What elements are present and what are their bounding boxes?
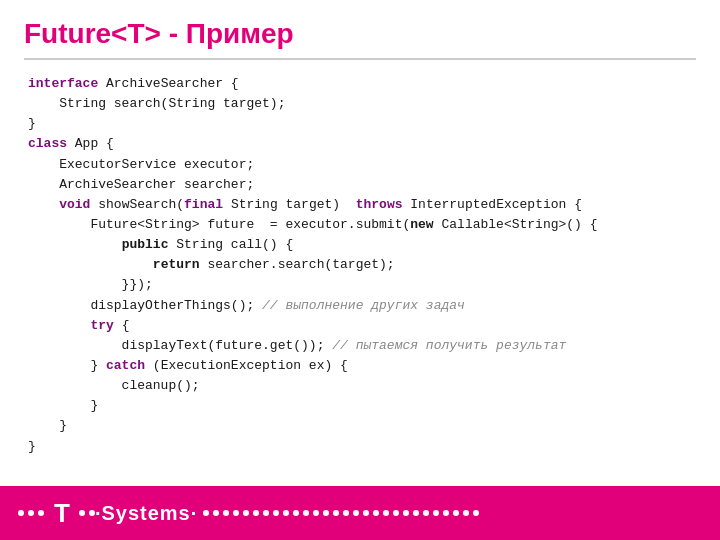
code-line: ExecutorService executor; xyxy=(28,155,692,175)
code-line: } catch (ExecutionException ex) { xyxy=(28,356,692,376)
plain-token: Future<String> future = executor.submit( xyxy=(28,217,410,232)
code-block: interface ArchiveSearcher { String searc… xyxy=(24,74,696,540)
dot xyxy=(373,510,379,516)
plain-token: ExecutorService executor; xyxy=(28,157,254,172)
plain-token: } xyxy=(28,116,36,131)
code-line: cleanup(); xyxy=(28,376,692,396)
code-line: String search(String target); xyxy=(28,94,692,114)
plain-token: showSearch( xyxy=(90,197,184,212)
code-line: ArchiveSearcher searcher; xyxy=(28,175,692,195)
kw-token: try xyxy=(90,318,113,333)
code-line: } xyxy=(28,396,692,416)
code-line: class App { xyxy=(28,134,692,154)
dot xyxy=(253,510,259,516)
plain-token: (ExecutionException ex) { xyxy=(145,358,348,373)
dot xyxy=(243,510,249,516)
dot xyxy=(453,510,459,516)
dot xyxy=(223,510,229,516)
plain-token: App { xyxy=(67,136,114,151)
dot xyxy=(363,510,369,516)
footer-dots-right-inner xyxy=(79,510,95,516)
footer-logo: T ·Systems· xyxy=(18,498,479,529)
plain-token: String target) xyxy=(223,197,356,212)
plain-token: displayOtherThings(); xyxy=(28,298,262,313)
dot xyxy=(203,510,209,516)
dot xyxy=(233,510,239,516)
dot xyxy=(353,510,359,516)
plain-token: { xyxy=(114,318,130,333)
plain-token: ArchiveSearcher searcher; xyxy=(28,177,254,192)
plain-token xyxy=(28,197,59,212)
slide-container: Future<T> - Пример interface ArchiveSear… xyxy=(0,0,720,540)
kw-token: final xyxy=(184,197,223,212)
dot xyxy=(403,510,409,516)
footer-dots-left xyxy=(18,510,44,516)
dot xyxy=(393,510,399,516)
plain-token: displayText(future.get()); xyxy=(28,338,332,353)
code-line: interface ArchiveSearcher { xyxy=(28,74,692,94)
code-line: Future<String> future = executor.submit(… xyxy=(28,215,692,235)
dot xyxy=(423,510,429,516)
code-line: } xyxy=(28,114,692,134)
plain-token: } xyxy=(28,398,98,413)
dot xyxy=(263,510,269,516)
dot xyxy=(273,510,279,516)
dot xyxy=(313,510,319,516)
plain-token: } xyxy=(28,418,67,433)
plain-token xyxy=(28,318,90,333)
dot xyxy=(213,510,219,516)
dot xyxy=(333,510,339,516)
dot xyxy=(463,510,469,516)
plain-token: searcher.search(target); xyxy=(200,257,395,272)
dot xyxy=(343,510,349,516)
plain-token: String search(String target); xyxy=(28,96,285,111)
slide-title: Future<T> - Пример xyxy=(24,18,696,50)
comment-token: // пытаемся получить результат xyxy=(332,338,566,353)
kw2-token: return xyxy=(153,257,200,272)
kw-token: throws xyxy=(356,197,403,212)
dot xyxy=(443,510,449,516)
plain-token xyxy=(28,237,122,252)
kw-token: void xyxy=(59,197,90,212)
dot xyxy=(473,510,479,516)
kw2-token: new xyxy=(410,217,433,232)
plain-token: ArchiveSearcher { xyxy=(98,76,238,91)
dot xyxy=(283,510,289,516)
comment-token: // выполнение других задач xyxy=(262,298,465,313)
plain-token xyxy=(28,257,153,272)
dot xyxy=(38,510,44,516)
dot xyxy=(79,510,85,516)
kw2-token: public xyxy=(122,237,169,252)
t-icon: T xyxy=(50,498,73,529)
code-line: displayText(future.get()); // пытаемся п… xyxy=(28,336,692,356)
plain-token: InterruptedException { xyxy=(403,197,582,212)
dot xyxy=(433,510,439,516)
code-line: }}); xyxy=(28,275,692,295)
plain-token: Callable<String>() { xyxy=(434,217,598,232)
dot xyxy=(413,510,419,516)
dot xyxy=(303,510,309,516)
dot xyxy=(28,510,34,516)
footer: T ·Systems· xyxy=(0,486,720,540)
dot xyxy=(18,510,24,516)
footer-dots-fill xyxy=(203,510,479,516)
code-line: } xyxy=(28,437,692,457)
systems-label: ·Systems· xyxy=(95,502,197,525)
code-line: public String call() { xyxy=(28,235,692,255)
code-line: return searcher.search(target); xyxy=(28,255,692,275)
code-line: try { xyxy=(28,316,692,336)
plain-token: } xyxy=(28,358,106,373)
kw-token: catch xyxy=(106,358,145,373)
code-line: } xyxy=(28,416,692,436)
dot xyxy=(383,510,389,516)
title-area: Future<T> - Пример xyxy=(24,18,696,60)
plain-token: }}); xyxy=(28,277,153,292)
kw-token: interface xyxy=(28,76,98,91)
dot xyxy=(293,510,299,516)
plain-token: } xyxy=(28,439,36,454)
code-line: void showSearch(final String target) thr… xyxy=(28,195,692,215)
plain-token: String call() { xyxy=(168,237,293,252)
dot xyxy=(323,510,329,516)
plain-token: cleanup(); xyxy=(28,378,200,393)
kw-token: class xyxy=(28,136,67,151)
